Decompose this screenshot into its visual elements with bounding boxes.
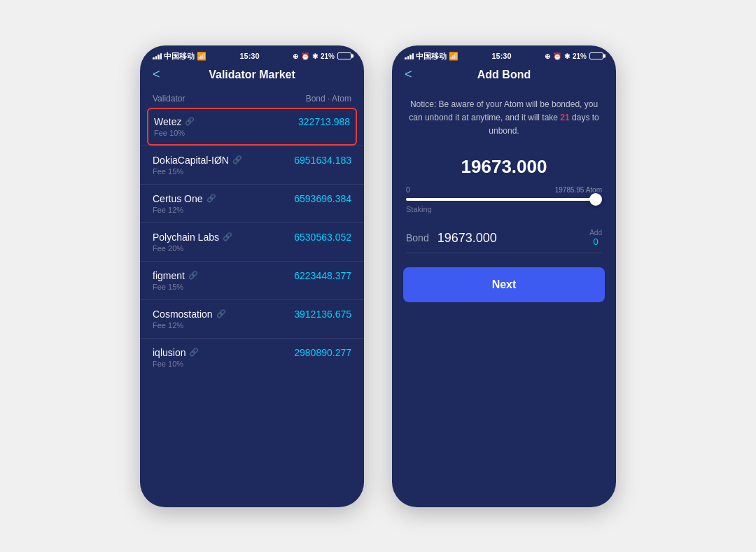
slider-labels: 0 19785.95 Atom — [406, 186, 602, 194]
status-right-2: ⊕ ⏰ ✱ 21% — [545, 52, 603, 60]
validator-item-figment[interactable]: figment 🔗 6223448.377 Fee 15% — [140, 261, 364, 299]
header-validator: Validator — [153, 94, 185, 104]
validator-name-iqlusion: iqlusion 🔗 — [153, 347, 199, 358]
location-icon-2: ⊕ — [545, 52, 550, 60]
add-column: Add 0 — [589, 229, 602, 247]
staking-label: Staking — [406, 205, 602, 213]
validator-item-dokia[interactable]: DokiaCapital-IØN 🔗 6951634.183 Fee 15% — [140, 146, 364, 184]
validator-name-cosmostation: Cosmostation 🔗 — [153, 309, 226, 320]
header-bond: Bond · Atom — [306, 94, 351, 104]
validator-list: Wetez 🔗 322713.988 Fee 10% DokiaCapital-… — [140, 108, 364, 507]
link-icon-wetez: 🔗 — [185, 117, 195, 126]
phone-screen-2: 中国移动 📶 15:30 ⊕ ⏰ ✱ 21% < Add Bond Notice… — [392, 45, 616, 507]
location-icon: ⊕ — [293, 52, 298, 60]
status-left-2: 中国移动 📶 — [405, 51, 458, 62]
add-bond-content: Notice: Be aware of your Atom will be bo… — [392, 87, 616, 507]
validator-fee-cosmostation: Fee 12% — [153, 321, 351, 330]
battery-icon-2 — [589, 52, 603, 59]
alarm-icon: ⏰ — [301, 52, 309, 60]
bond-label: Bond — [406, 232, 429, 243]
link-icon-dokia: 🔗 — [232, 155, 242, 164]
battery-label-2: 21% — [573, 52, 587, 60]
battery-icon — [337, 52, 351, 59]
table-header: Validator Bond · Atom — [140, 87, 364, 108]
nav-title-2: Add Bond — [477, 69, 531, 81]
time-label-1: 15:30 — [239, 52, 259, 60]
validator-amount-polychain: 6530563.052 — [294, 232, 351, 243]
validator-fee-iqlusion: Fee 10% — [153, 360, 351, 368]
bond-value[interactable]: 19673.000 — [438, 231, 590, 246]
validator-fee-dokia: Fee 15% — [153, 167, 351, 176]
time-label-2: 15:30 — [491, 52, 511, 60]
next-button[interactable]: Next — [403, 267, 605, 302]
validator-item-polychain[interactable]: Polychain Labs 🔗 6530563.052 Fee 20% — [140, 222, 364, 261]
notice-text: Notice: Be aware of your Atom will be bo… — [392, 87, 616, 146]
signal-icon-2 — [405, 52, 414, 59]
slider-min: 0 — [406, 186, 410, 194]
bluetooth-icon: ✱ — [312, 52, 318, 60]
validator-item-cosmostation[interactable]: Cosmostation 🔗 3912136.675 Fee 12% — [140, 299, 364, 338]
validator-fee-wetez: Fee 10% — [154, 129, 350, 137]
alarm-icon-2: ⏰ — [553, 52, 561, 60]
validator-amount-wetez: 322713.988 — [298, 116, 350, 127]
add-label: Add — [589, 229, 602, 236]
nav-bar-1: < Validator Market — [140, 64, 364, 87]
slider-container: 0 19785.95 Atom Staking — [392, 183, 616, 218]
status-left-1: 中国移动 📶 — [153, 51, 206, 62]
validator-fee-figment: Fee 15% — [153, 283, 351, 291]
validator-amount-iqlusion: 2980890.277 — [294, 347, 351, 358]
link-icon-cosmostation: 🔗 — [216, 309, 226, 318]
validator-item-certus[interactable]: Certus One 🔗 6593696.384 Fee 12% — [140, 184, 364, 222]
nav-title-1: Validator Market — [209, 69, 295, 81]
validator-name-wetez: Wetez 🔗 — [154, 116, 195, 127]
status-right-1: ⊕ ⏰ ✱ 21% — [293, 52, 351, 60]
notice-main: Notice: Be aware of your Atom will be bo… — [409, 99, 598, 122]
bond-amount-display: 19673.000 — [392, 145, 616, 183]
validator-amount-cosmostation: 3912136.675 — [294, 309, 351, 320]
nav-bar-2: < Add Bond — [392, 64, 616, 87]
slider-thumb[interactable] — [589, 193, 602, 206]
divider — [406, 253, 602, 253]
link-icon-figment: 🔗 — [188, 271, 198, 280]
slider-fill — [406, 198, 598, 201]
bluetooth-icon-2: ✱ — [564, 52, 570, 60]
validator-name-dokia: DokiaCapital-IØN 🔗 — [153, 155, 242, 166]
status-bar-2: 中国移动 📶 15:30 ⊕ ⏰ ✱ 21% — [392, 45, 616, 64]
link-icon-iqlusion: 🔗 — [189, 348, 199, 357]
validator-amount-certus: 6593696.384 — [294, 193, 351, 204]
signal-icon — [153, 52, 162, 59]
back-button-1[interactable]: < — [153, 67, 160, 82]
validator-amount-figment: 6223448.377 — [294, 270, 351, 281]
carrier-label: 中国移动 — [164, 51, 195, 62]
battery-label: 21% — [321, 52, 335, 60]
phone-screen-1: 中国移动 📶 15:30 ⊕ ⏰ ✱ 21% < Validator Marke… — [140, 45, 364, 507]
status-bar-1: 中国移动 📶 15:30 ⊕ ⏰ ✱ 21% — [140, 45, 364, 64]
link-icon-polychain: 🔗 — [223, 232, 232, 241]
add-value: 0 — [589, 236, 602, 247]
link-icon-certus: 🔗 — [206, 194, 216, 203]
back-button-2[interactable]: < — [405, 67, 412, 82]
wifi-icon-2: 📶 — [449, 52, 458, 61]
validator-name-figment: figment 🔗 — [153, 270, 198, 281]
wifi-icon: 📶 — [197, 52, 206, 61]
validator-fee-certus: Fee 12% — [153, 206, 351, 214]
notice-days: 21 — [560, 113, 569, 122]
validator-name-certus: Certus One 🔗 — [153, 193, 216, 204]
validator-fee-polychain: Fee 20% — [153, 244, 351, 253]
slider-track[interactable] — [406, 198, 602, 201]
validator-amount-dokia: 6951634.183 — [294, 155, 351, 166]
bond-input-row: Bond 19673.000 Add 0 — [392, 218, 616, 253]
validator-item-wetez[interactable]: Wetez 🔗 322713.988 Fee 10% — [147, 108, 357, 146]
validator-item-iqlusion[interactable]: iqlusion 🔗 2980890.277 Fee 10% — [140, 338, 364, 376]
validator-name-polychain: Polychain Labs 🔗 — [153, 232, 232, 243]
carrier-label-2: 中国移动 — [416, 51, 447, 62]
